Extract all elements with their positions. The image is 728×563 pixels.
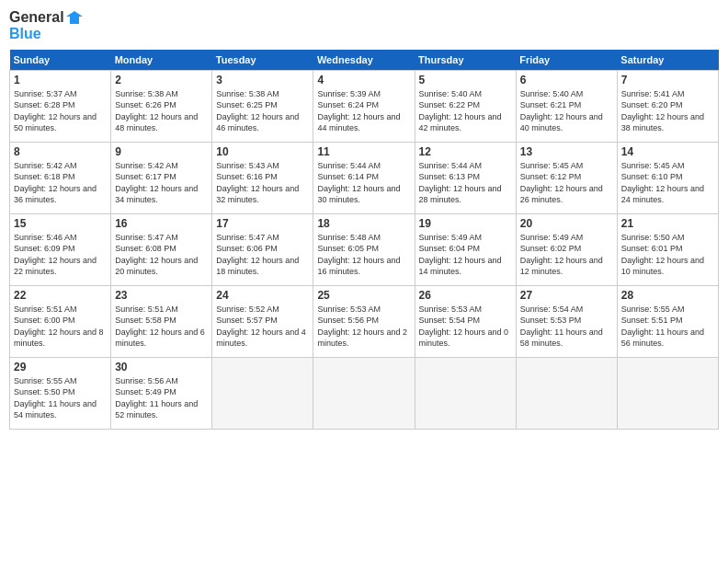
- logo-bird-icon: [66, 9, 83, 26]
- page-header: General Blue: [9, 9, 719, 42]
- empty-cell: [212, 357, 313, 429]
- svg-marker-0: [66, 11, 83, 24]
- day-30: 30Sunrise: 5:56 AMSunset: 5:49 PMDayligh…: [111, 357, 212, 429]
- day-5: 5Sunrise: 5:40 AMSunset: 6:22 PMDaylight…: [415, 70, 516, 142]
- empty-cell: [516, 357, 617, 429]
- day-10: 10Sunrise: 5:43 AMSunset: 6:16 PMDayligh…: [212, 142, 313, 213]
- day-1: 1Sunrise: 5:37 AMSunset: 6:28 PMDaylight…: [10, 70, 111, 142]
- day-16: 16Sunrise: 5:47 AMSunset: 6:08 PMDayligh…: [111, 213, 212, 285]
- day-24: 24Sunrise: 5:52 AMSunset: 5:57 PMDayligh…: [212, 285, 313, 357]
- header-row: Sunday Monday Tuesday Wednesday Thursday…: [10, 50, 719, 71]
- logo: General Blue: [9, 9, 83, 42]
- day-18: 18Sunrise: 5:48 AMSunset: 6:05 PMDayligh…: [313, 213, 415, 285]
- empty-cell: [415, 357, 516, 429]
- day-15: 15Sunrise: 5:46 AMSunset: 6:09 PMDayligh…: [10, 213, 111, 285]
- day-22: 22Sunrise: 5:51 AMSunset: 6:00 PMDayligh…: [10, 285, 111, 357]
- day-27: 27Sunrise: 5:54 AMSunset: 5:53 PMDayligh…: [516, 285, 617, 357]
- day-14: 14Sunrise: 5:45 AMSunset: 6:10 PMDayligh…: [617, 142, 718, 213]
- day-17: 17Sunrise: 5:47 AMSunset: 6:06 PMDayligh…: [212, 213, 313, 285]
- logo-blue: Blue: [9, 26, 83, 42]
- day-4: 4Sunrise: 5:39 AMSunset: 6:24 PMDaylight…: [313, 70, 415, 142]
- day-21: 21Sunrise: 5:50 AMSunset: 6:01 PMDayligh…: [617, 213, 718, 285]
- day-12: 12Sunrise: 5:44 AMSunset: 6:13 PMDayligh…: [415, 142, 516, 213]
- col-sunday: Sunday: [10, 50, 111, 71]
- col-wednesday: Wednesday: [313, 50, 415, 71]
- week-row-4: 22Sunrise: 5:51 AMSunset: 6:00 PMDayligh…: [10, 285, 719, 357]
- day-19: 19Sunrise: 5:49 AMSunset: 6:04 PMDayligh…: [415, 213, 516, 285]
- empty-cell: [617, 357, 718, 429]
- col-friday: Friday: [516, 50, 617, 71]
- logo-general: General: [9, 9, 64, 26]
- day-2: 2Sunrise: 5:38 AMSunset: 6:26 PMDaylight…: [111, 70, 212, 142]
- day-13: 13Sunrise: 5:45 AMSunset: 6:12 PMDayligh…: [516, 142, 617, 213]
- col-tuesday: Tuesday: [212, 50, 313, 71]
- day-6: 6Sunrise: 5:40 AMSunset: 6:21 PMDaylight…: [516, 70, 617, 142]
- week-row-2: 8Sunrise: 5:42 AMSunset: 6:18 PMDaylight…: [10, 142, 719, 213]
- day-25: 25Sunrise: 5:53 AMSunset: 5:56 PMDayligh…: [313, 285, 415, 357]
- col-thursday: Thursday: [415, 50, 516, 71]
- day-23: 23Sunrise: 5:51 AMSunset: 5:58 PMDayligh…: [111, 285, 212, 357]
- day-3: 3Sunrise: 5:38 AMSunset: 6:25 PMDaylight…: [212, 70, 313, 142]
- day-11: 11Sunrise: 5:44 AMSunset: 6:14 PMDayligh…: [313, 142, 415, 213]
- empty-cell: [313, 357, 415, 429]
- week-row-1: 1Sunrise: 5:37 AMSunset: 6:28 PMDaylight…: [10, 70, 719, 142]
- day-28: 28Sunrise: 5:55 AMSunset: 5:51 PMDayligh…: [617, 285, 718, 357]
- week-row-5: 29Sunrise: 5:55 AMSunset: 5:50 PMDayligh…: [10, 357, 719, 429]
- col-monday: Monday: [111, 50, 212, 71]
- day-9: 9Sunrise: 5:42 AMSunset: 6:17 PMDaylight…: [111, 142, 212, 213]
- day-26: 26Sunrise: 5:53 AMSunset: 5:54 PMDayligh…: [415, 285, 516, 357]
- day-29: 29Sunrise: 5:55 AMSunset: 5:50 PMDayligh…: [10, 357, 111, 429]
- day-7: 7Sunrise: 5:41 AMSunset: 6:20 PMDaylight…: [617, 70, 718, 142]
- week-row-3: 15Sunrise: 5:46 AMSunset: 6:09 PMDayligh…: [10, 213, 719, 285]
- calendar-table: Sunday Monday Tuesday Wednesday Thursday…: [9, 50, 719, 430]
- col-saturday: Saturday: [617, 50, 718, 71]
- day-20: 20Sunrise: 5:49 AMSunset: 6:02 PMDayligh…: [516, 213, 617, 285]
- day-8: 8Sunrise: 5:42 AMSunset: 6:18 PMDaylight…: [10, 142, 111, 213]
